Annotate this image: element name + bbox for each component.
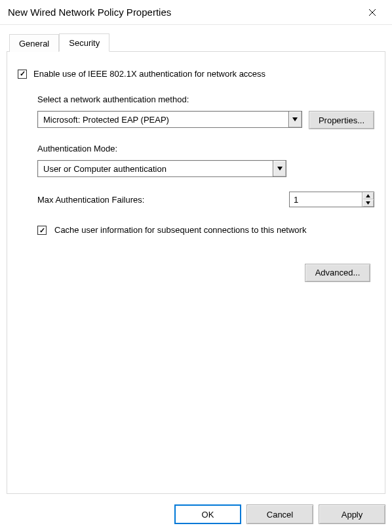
auth-method-dropdown-button[interactable] xyxy=(288,112,302,127)
spinner-down-button[interactable] xyxy=(363,199,374,207)
chevron-up-icon xyxy=(366,194,370,197)
auth-method-dropdown[interactable]: Microsoft: Protected EAP (PEAP) xyxy=(37,111,302,128)
spinner-up-button[interactable] xyxy=(363,192,374,199)
ok-button[interactable]: OK xyxy=(174,504,241,524)
tabs-row: General Security xyxy=(9,33,385,51)
max-failures-value: 1 xyxy=(290,192,362,207)
titlebar: New Wired Network Policy Properties xyxy=(0,0,392,25)
enable-8021x-checkbox[interactable] xyxy=(18,70,27,79)
max-failures-label: Max Authentication Failures: xyxy=(37,195,144,205)
auth-mode-value: User or Computer authentication xyxy=(38,161,273,176)
advanced-row: Advanced... xyxy=(37,264,374,282)
cancel-button[interactable]: Cancel xyxy=(246,504,313,524)
close-button[interactable] xyxy=(359,3,385,22)
tab-panel-security: Enable use of IEEE 802.1X authentication… xyxy=(7,51,385,494)
cache-row: Cache user information for subsequent co… xyxy=(37,224,374,236)
auth-method-value: Microsoft: Protected EAP (PEAP) xyxy=(38,112,288,127)
content-area: General Security Enable use of IEEE 802.… xyxy=(0,25,392,502)
max-failures-row: Max Authentication Failures: 1 xyxy=(37,192,374,207)
window-title: New Wired Network Policy Properties xyxy=(7,7,171,18)
chevron-down-icon xyxy=(366,201,370,205)
auth-mode-row: User or Computer authentication xyxy=(37,160,286,177)
auth-method-row: Microsoft: Protected EAP (PEAP) Properti… xyxy=(37,111,374,129)
auth-mode-dropdown[interactable]: User or Computer authentication xyxy=(37,160,286,177)
properties-button[interactable]: Properties... xyxy=(309,111,374,129)
tab-security[interactable]: Security xyxy=(59,33,109,52)
chevron-down-icon xyxy=(292,117,298,121)
apply-button[interactable]: Apply xyxy=(319,504,385,524)
close-icon xyxy=(368,9,376,16)
svg-marker-5 xyxy=(366,201,370,205)
dialog-button-bar: OK Cancel Apply xyxy=(0,502,392,532)
auth-method-label: Select a network authentication method: xyxy=(37,94,374,104)
svg-marker-2 xyxy=(292,117,298,121)
cache-checkbox[interactable] xyxy=(37,226,47,235)
svg-marker-3 xyxy=(277,167,283,171)
chevron-down-icon xyxy=(277,167,283,171)
svg-marker-4 xyxy=(366,194,370,197)
advanced-button[interactable]: Advanced... xyxy=(305,264,370,282)
tab-general[interactable]: General xyxy=(9,34,59,52)
spinner-buttons xyxy=(362,192,374,207)
auth-mode-label: Authentication Mode: xyxy=(37,144,374,153)
enable-8021x-row: Enable use of IEEE 802.1X authentication… xyxy=(18,69,374,79)
cache-label: Cache user information for subsequent co… xyxy=(54,224,306,236)
enable-8021x-label: Enable use of IEEE 802.1X authentication… xyxy=(33,69,265,79)
properties-window: New Wired Network Policy Properties Gene… xyxy=(0,0,392,532)
settings-indent: Select a network authentication method: … xyxy=(37,94,374,282)
auth-mode-dropdown-button[interactable] xyxy=(273,161,286,176)
max-failures-spinner[interactable]: 1 xyxy=(289,192,374,207)
